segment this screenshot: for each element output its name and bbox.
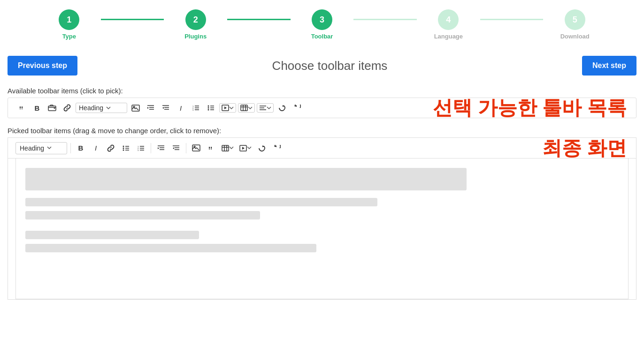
heading-dropdown-label: Heading — [79, 104, 103, 112]
step-4-label: Language — [434, 33, 463, 40]
stepper: 1 Type 2 Plugins 3 Toolbar 4 Language 5 … — [0, 0, 644, 45]
picked-section-label: Picked toolbar items (drag & move to cha… — [0, 122, 644, 137]
available-section-label: Available toolbar items (click to pick): — [0, 82, 644, 98]
step-2-circle: 2 — [185, 9, 206, 30]
available-unordered-list-btn[interactable] — [204, 101, 217, 114]
step-connector-4 — [480, 19, 544, 20]
picked-table-btn[interactable] — [220, 144, 236, 152]
picked-blockquote-btn[interactable] — [205, 142, 218, 155]
step-5-circle: 5 — [565, 9, 585, 30]
available-redo-btn[interactable] — [291, 101, 304, 114]
step-4[interactable]: 4 Language — [417, 9, 480, 40]
svg-rect-51 — [222, 145, 229, 151]
step-4-circle: 4 — [438, 9, 459, 30]
step-connector-1 — [101, 19, 164, 20]
table-chevron-icon — [248, 106, 253, 110]
picked-ordered-list-btn[interactable]: 1. 2. 3. — [134, 142, 147, 155]
preview-line-4 — [25, 231, 199, 239]
picked-indent-right-btn[interactable] — [154, 142, 168, 155]
step-connector-2 — [227, 19, 291, 20]
available-italic-btn[interactable]: I — [174, 101, 187, 114]
next-step-button[interactable]: Next step — [582, 56, 636, 76]
available-table-btn[interactable] — [238, 103, 255, 113]
step-3-circle: 3 — [312, 9, 332, 30]
svg-text:3.: 3. — [138, 149, 139, 151]
picked-heading-dropdown[interactable]: Heading — [15, 142, 67, 154]
svg-text:3.: 3. — [192, 109, 194, 111]
picked-italic-btn[interactable]: I — [89, 142, 102, 155]
svg-point-33 — [123, 149, 124, 151]
svg-marker-23 — [224, 106, 227, 109]
toolbar-sep-1 — [70, 143, 71, 153]
available-ordered-list-btn[interactable]: 1. 2. 3. — [189, 101, 202, 114]
available-undo-btn[interactable] — [276, 101, 289, 114]
preview-line-1 — [25, 168, 467, 190]
picked-bold-btn[interactable]: B — [74, 142, 87, 155]
svg-rect-24 — [241, 105, 247, 111]
picked-heading-label: Heading — [20, 144, 44, 152]
preview-area — [15, 159, 629, 299]
step-2-label: Plugins — [184, 33, 207, 40]
step-1-label: Type — [62, 33, 76, 40]
picked-undo-btn[interactable] — [255, 142, 268, 155]
picked-link-btn[interactable] — [104, 142, 117, 155]
svg-point-17 — [208, 107, 209, 109]
svg-point-31 — [123, 145, 124, 147]
available-image-btn[interactable] — [129, 101, 142, 114]
step-2[interactable]: 2 Plugins — [164, 9, 227, 40]
svg-point-16 — [208, 106, 209, 107]
step-3-label: Toolbar — [311, 33, 333, 40]
picked-media-chevron-icon — [247, 146, 252, 150]
available-indent-left-btn[interactable] — [159, 101, 172, 114]
step-1[interactable]: 1 Type — [38, 9, 101, 40]
media-chevron-icon — [229, 106, 234, 110]
available-align-btn[interactable] — [257, 103, 274, 113]
page-title: Choose toolbar items — [272, 59, 388, 73]
step-5-label: Download — [560, 33, 590, 40]
available-indent-right-btn[interactable] — [144, 101, 157, 114]
picked-media-btn[interactable] — [238, 144, 253, 152]
picked-toolbar-container: Heading B I — [8, 137, 636, 300]
step-3[interactable]: 3 Toolbar — [291, 9, 354, 40]
available-watermark: 선택 가능한 툴바 목록 — [433, 95, 627, 121]
preview-line-3 — [25, 211, 260, 219]
toolbar-sep-2 — [151, 143, 151, 153]
svg-point-32 — [123, 147, 124, 149]
available-link-btn[interactable] — [61, 101, 74, 114]
picked-unordered-list-btn[interactable] — [119, 142, 132, 155]
svg-point-1 — [54, 108, 54, 108]
picked-indent-left-btn[interactable] — [169, 142, 183, 155]
preview-line-5 — [25, 244, 316, 252]
picked-heading-chevron-icon — [47, 146, 52, 150]
picked-table-chevron-icon — [229, 146, 234, 150]
align-chevron-icon — [267, 106, 271, 110]
svg-marker-56 — [242, 147, 245, 150]
available-toolbar-row: B Heading — [8, 98, 636, 118]
picked-image-btn[interactable] — [190, 142, 203, 155]
step-connector-3 — [353, 19, 417, 20]
available-bold-btn[interactable]: B — [31, 101, 44, 114]
step-1-circle: 1 — [59, 9, 79, 30]
picked-watermark: 최종 화면 — [542, 135, 627, 161]
available-blockquote-btn[interactable] — [15, 101, 29, 114]
action-bar: Previous step Choose toolbar items Next … — [0, 49, 644, 82]
available-media-btn[interactable] — [219, 103, 236, 113]
preview-line-2 — [25, 198, 377, 206]
svg-point-18 — [208, 109, 209, 111]
available-heading-dropdown[interactable]: Heading — [76, 103, 127, 113]
available-browse-files-btn[interactable] — [46, 101, 59, 114]
picked-toolbar-row: Heading B I — [8, 138, 636, 159]
picked-redo-btn[interactable] — [270, 142, 284, 155]
chevron-down-icon — [106, 106, 111, 110]
prev-step-button[interactable]: Previous step — [8, 56, 77, 76]
step-5[interactable]: 5 Download — [543, 9, 606, 40]
toolbar-sep-3 — [186, 143, 186, 153]
